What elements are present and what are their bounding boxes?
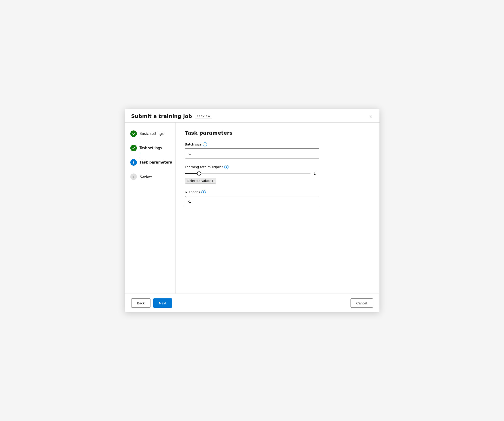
step-label-task-settings: Task settings [140,146,162,150]
learning-rate-slider-container: 1 Selected value: 1 [185,171,319,184]
step-label-review: Review [140,175,152,179]
close-button[interactable]: ✕ [367,113,375,120]
step-label-task-parameters: Task parameters [140,160,172,164]
dialog-title: Submit a training job [131,113,192,119]
batch-size-label: Batch size i [185,142,370,146]
sidebar-item-basic-settings[interactable]: Basic settings [130,129,175,138]
dialog-footer: Back Next Cancel [125,293,379,312]
submit-training-job-dialog: Submit a training job PREVIEW ✕ Basic se… [125,109,379,312]
sidebar: Basic settings Task settings 3 Task para… [125,123,176,293]
batch-size-input[interactable] [185,148,319,158]
step-label-basic-settings: Basic settings [140,132,164,136]
slider-row: 1 [185,171,319,176]
n-epochs-input[interactable] [185,196,319,206]
n-epochs-label: n_epochs i [185,190,370,194]
main-content: Task parameters Batch size i Learning ra… [176,123,379,293]
batch-size-field-group: Batch size i [185,142,370,158]
step-icon-task-settings [130,145,137,151]
learning-rate-info-icon[interactable]: i [224,165,228,169]
learning-rate-slider[interactable] [185,173,311,174]
step-connector-3 [139,167,139,172]
next-button[interactable]: Next [153,298,172,308]
preview-badge: PREVIEW [195,114,212,118]
slider-tooltip: Selected value: 1 [185,178,216,184]
cancel-button[interactable]: Cancel [350,298,373,308]
step-connector-2 [139,153,139,158]
batch-size-info-icon[interactable]: i [203,142,207,146]
learning-rate-label: Learning rate multiplier i [185,165,370,169]
dialog-body: Basic settings Task settings 3 Task para… [125,123,379,293]
step-icon-basic-settings [130,130,137,137]
step-icon-review: 4 [130,174,137,180]
n-epochs-info-icon[interactable]: i [201,190,206,194]
slider-track [185,171,311,176]
sidebar-item-task-settings[interactable]: Task settings [130,143,175,153]
n-epochs-field-group: n_epochs i [185,190,370,206]
slider-value-display: 1 [314,171,319,175]
step-icon-task-parameters: 3 [130,159,137,166]
back-button[interactable]: Back [131,298,150,308]
sidebar-item-review[interactable]: 4 Review [130,172,175,181]
learning-rate-field-group: Learning rate multiplier i 1 Selected va… [185,165,370,184]
section-title: Task parameters [185,130,370,136]
sidebar-item-task-parameters[interactable]: 3 Task parameters [130,158,175,167]
dialog-header: Submit a training job PREVIEW ✕ [125,109,379,123]
footer-left-buttons: Back Next [131,298,172,308]
step-connector-1 [139,138,139,143]
